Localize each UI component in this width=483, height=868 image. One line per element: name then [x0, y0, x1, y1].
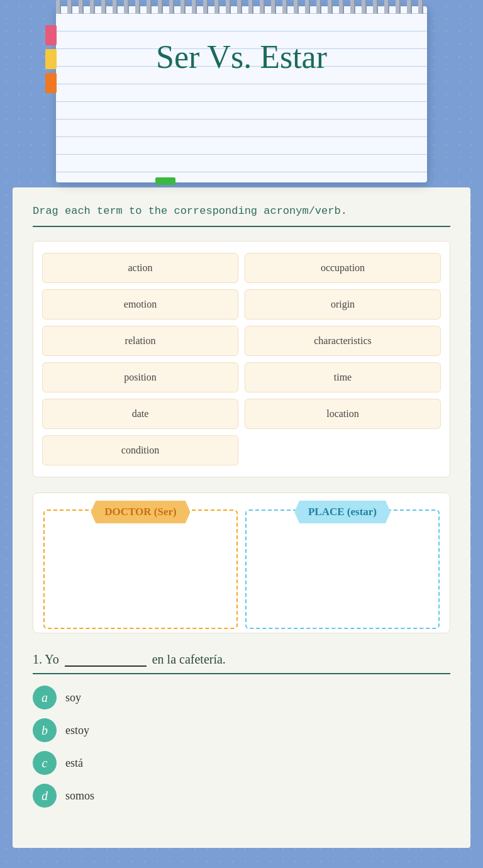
term-emotion[interactable]: emotion [42, 289, 238, 320]
question-section: 1. Yo en la cafetería. a soy b estoy [33, 651, 450, 808]
terms-grid: action occupation emotion origin relatio… [42, 253, 441, 465]
term-location[interactable]: location [245, 399, 441, 429]
question-before: Yo [45, 652, 58, 666]
sticky-tab-yellow [45, 49, 57, 69]
notebook-paper: Ser Vs. Estar [56, 6, 427, 182]
page-title: Ser Vs. Estar [75, 25, 408, 77]
term-origin[interactable]: origin [245, 289, 441, 320]
notebook-header: Ser Vs. Estar [0, 0, 483, 182]
term-action[interactable]: action [42, 253, 238, 283]
place-banner: PLACE (estar) [294, 501, 391, 523]
spiral-bar [56, 0, 427, 14]
drop-zones-container: DOCTOR (Ser) PLACE (estar) [33, 492, 450, 633]
term-relation[interactable]: relation [42, 326, 238, 356]
answer-label-d: somos [65, 789, 94, 803]
question-number: 1. [33, 652, 42, 666]
question-after: en la cafetería. [152, 652, 226, 666]
term-occupation[interactable]: occupation [245, 253, 441, 283]
answer-badge-d: d [33, 784, 57, 808]
answer-label-c: está [65, 757, 83, 770]
place-drop-area[interactable] [245, 509, 440, 629]
answer-badge-b: b [33, 718, 57, 742]
green-tab [155, 177, 175, 185]
sticky-tab-orange [45, 73, 57, 93]
term-position[interactable]: position [42, 362, 238, 392]
doctor-banner: DOCTOR (Ser) [91, 501, 190, 523]
drop-zone-place[interactable]: PLACE (estar) [245, 503, 440, 623]
answer-badge-c: c [33, 751, 57, 775]
question-divider [33, 673, 450, 674]
answer-option-d[interactable]: d somos [33, 784, 450, 808]
term-condition[interactable]: condition [42, 435, 238, 465]
instruction-divider [33, 226, 450, 227]
sticky-tabs [45, 25, 57, 93]
doctor-drop-area[interactable] [43, 509, 238, 629]
question-text: 1. Yo en la cafetería. [33, 651, 450, 667]
question-blank [65, 651, 147, 667]
term-characteristics[interactable]: characteristics [245, 326, 441, 356]
terms-container: action occupation emotion origin relatio… [33, 241, 450, 477]
answer-option-c[interactable]: c está [33, 751, 450, 775]
answer-option-a[interactable]: a soy [33, 686, 450, 709]
term-time[interactable]: time [245, 362, 441, 392]
drop-zone-doctor[interactable]: DOCTOR (Ser) [43, 503, 238, 623]
term-date[interactable]: date [42, 399, 238, 429]
answer-option-b[interactable]: b estoy [33, 718, 450, 742]
answer-label-b: estoy [65, 724, 89, 737]
answer-label-a: soy [65, 691, 81, 704]
answer-badge-a: a [33, 686, 57, 709]
instruction-text: Drag each term to the corresponding acro… [33, 205, 450, 217]
main-content: Drag each term to the corresponding acro… [13, 187, 470, 848]
answer-options: a soy b estoy c está d somos [33, 686, 450, 808]
sticky-tab-pink [45, 25, 57, 45]
